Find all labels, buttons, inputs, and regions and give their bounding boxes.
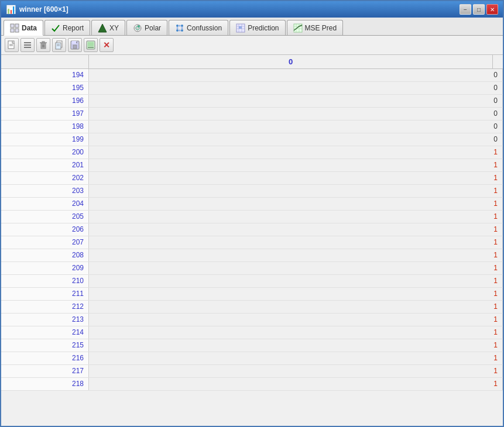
svg-point-13 (181, 29, 183, 32)
svg-point-16 (177, 27, 179, 29)
cell-row-index: 212 (1, 301, 89, 313)
svg-rect-47 (76, 42, 77, 43)
prediction-icon (236, 23, 245, 33)
tab-data-label: Data (22, 24, 37, 32)
cell-value: 0 (89, 82, 503, 94)
cell-value: 1 (89, 185, 503, 197)
header-index (1, 55, 89, 68)
cell-row-index: 197 (1, 108, 89, 120)
cell-row-index: 216 (1, 352, 89, 364)
cell-row-index: 213 (1, 314, 89, 326)
svg-rect-2 (11, 29, 14, 32)
table-row: 2171 (1, 365, 503, 378)
tab-confusion[interactable]: Confussion (169, 20, 228, 35)
table-row: 2101 (1, 275, 503, 288)
toolbar: ✕ (1, 36, 503, 55)
maximize-button[interactable]: □ (473, 4, 485, 15)
svg-point-15 (179, 29, 181, 31)
cell-row-index: 208 (1, 249, 89, 261)
svg-rect-35 (41, 43, 46, 49)
title-bar: 📊 winner [600×1] − □ ✕ (1, 1, 503, 18)
table-row: 2141 (1, 326, 503, 339)
confusion-icon (175, 23, 184, 33)
list-button[interactable] (20, 38, 35, 52)
tab-polar[interactable]: Polar (126, 20, 167, 35)
cell-value: 0 (89, 120, 503, 133)
tabs-bar: Data Report XY Polar (1, 18, 503, 36)
cell-row-index: 198 (1, 120, 89, 133)
cell-row-index: 215 (1, 339, 89, 352)
tab-mse[interactable]: MSE Pred (287, 20, 344, 35)
edit-icon (86, 40, 95, 50)
window-title: winner [600×1] (19, 5, 68, 13)
content-area: 0 19401950196019701980199020012011202120… (1, 55, 503, 426)
tab-xy-label: XY (109, 24, 119, 32)
svg-point-17 (181, 27, 183, 29)
cell-row-index: 195 (1, 82, 89, 94)
svg-point-12 (176, 29, 179, 32)
svg-rect-41 (56, 43, 61, 49)
close-button[interactable]: ✕ (486, 4, 498, 15)
delete-button[interactable] (36, 38, 50, 52)
cell-value: 1 (89, 288, 503, 300)
table-row: 1990 (1, 133, 503, 146)
cell-value: 1 (89, 326, 503, 339)
tab-confusion-label: Confussion (187, 24, 222, 32)
new-button[interactable] (5, 38, 19, 52)
save-button[interactable] (68, 38, 82, 52)
table-row: 2011 (1, 159, 503, 172)
cell-value: 1 (89, 365, 503, 377)
cell-row-index: 202 (1, 172, 89, 184)
table-row: 2121 (1, 301, 503, 314)
cell-row-index: 203 (1, 185, 89, 197)
cell-value: 0 (89, 69, 503, 81)
check-icon (51, 23, 60, 33)
tab-data[interactable]: Data (4, 20, 43, 36)
cell-row-index: 211 (1, 288, 89, 300)
header-col-0: 0 (89, 55, 493, 68)
table-body: 1940195019601970198019902001201120212031… (1, 69, 503, 426)
cell-row-index: 196 (1, 95, 89, 107)
cell-row-index: 204 (1, 198, 89, 210)
svg-rect-46 (73, 45, 77, 49)
save-icon (70, 40, 80, 50)
cell-value: 0 (89, 133, 503, 146)
copy-button[interactable] (52, 38, 66, 52)
table-row: 2031 (1, 185, 503, 198)
table-row: 2131 (1, 314, 503, 326)
cell-row-index: 218 (1, 378, 89, 390)
tab-report[interactable]: Report (44, 20, 90, 35)
cell-value: 1 (89, 314, 503, 326)
tab-prediction[interactable]: Prediction (229, 20, 285, 35)
cell-value: 1 (89, 339, 503, 352)
svg-point-9 (138, 25, 140, 27)
table-header: 0 (1, 55, 503, 69)
tab-xy[interactable]: XY (91, 20, 125, 35)
table-row: 2161 (1, 352, 503, 365)
cell-value: 1 (89, 262, 503, 274)
mse-icon (293, 23, 303, 33)
close-x-button[interactable]: ✕ (100, 38, 114, 52)
table-container: 0 19401950196019701980199020012011202120… (1, 55, 503, 426)
grid-icon (10, 23, 19, 33)
cell-row-index: 201 (1, 159, 89, 171)
cell-row-index: 206 (1, 223, 89, 236)
cell-row-index: 210 (1, 275, 89, 287)
svg-rect-45 (72, 41, 77, 44)
minimize-button[interactable]: − (460, 4, 471, 15)
svg-rect-0 (11, 24, 14, 27)
table-row: 1940 (1, 69, 503, 82)
svg-rect-49 (88, 42, 94, 46)
cell-value: 1 (89, 352, 503, 364)
table-row: 1950 (1, 82, 503, 95)
svg-marker-4 (98, 24, 107, 32)
svg-rect-3 (15, 29, 19, 32)
table-row: 1960 (1, 95, 503, 108)
edit-button[interactable] (84, 38, 98, 52)
table-row: 1970 (1, 108, 503, 120)
trash-icon (39, 40, 48, 50)
cell-row-index: 209 (1, 262, 89, 274)
cell-value: 1 (89, 378, 503, 390)
cell-row-index: 200 (1, 146, 89, 159)
title-bar-left: 📊 winner [600×1] (6, 5, 68, 14)
